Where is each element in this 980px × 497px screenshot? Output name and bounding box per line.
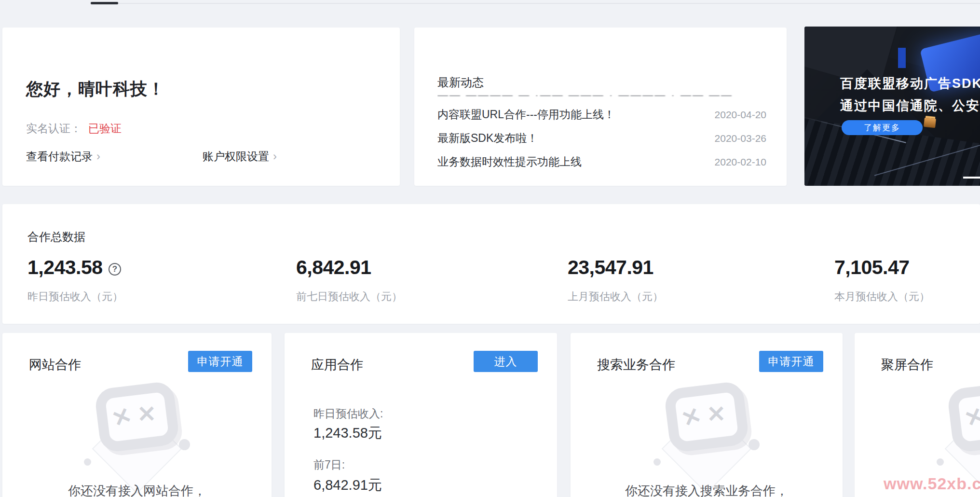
dead-tv-icon: ✕ ✕: [94, 380, 180, 453]
banner-headline-line2: 通过中国信通院、公安部: [840, 97, 980, 114]
metric-label: 昨日预估收入:: [313, 406, 383, 421]
news-card: 最新动态 —— ———— — ·—— ——— · ———— · —— —— 内容…: [414, 28, 787, 186]
stat-last7days: 6,842.91 前七日预估收入（元）: [296, 256, 402, 304]
stat-label: 昨日预估收入（元）: [27, 290, 123, 304]
realname-label: 实名认证：: [26, 122, 82, 135]
news-list: —— ———— — ·—— ——— · ———— · —— —— 内容联盟URL…: [437, 95, 766, 174]
greeting-links: 查看付款记录› 账户权限设置›: [26, 149, 373, 164]
dead-tv-icon: ✕ ✕: [664, 380, 750, 453]
chevron-right-icon: ›: [273, 150, 277, 163]
x-eye-icon: ✕: [961, 401, 980, 433]
juping-coop-card: 聚屏合作 ✕ ✕ 你还没有接入聚屏合作，: [855, 333, 980, 497]
banner-learn-more-button[interactable]: 了解更多: [842, 120, 923, 135]
x-eye-icon: ✕: [108, 401, 135, 433]
stat-label: 上月预估收入（元）: [568, 290, 663, 304]
news-item-title: 业务数据时效性提示功能上线: [437, 154, 582, 169]
news-item-partial: —— ———— — ·—— ——— · ———— · —— ——: [437, 95, 766, 103]
website-coop-title: 网站合作: [29, 356, 81, 373]
x-eye-icon: ✕: [137, 400, 156, 428]
search-coop-title: 搜索业务合作: [597, 356, 675, 373]
stat-value: 6,842.91: [296, 256, 402, 279]
stat-label: 前七日预估收入（元）: [296, 290, 402, 304]
news-item-title: 最新版SDK发布啦！: [437, 131, 538, 146]
illustration-dot: [179, 439, 190, 450]
x-eye-icon: ✕: [678, 401, 705, 433]
empty-state-illustration: ✕ ✕: [84, 382, 190, 486]
stat-value: 7,105.47: [834, 256, 930, 279]
empty-state-illustration: ✕ ✕: [653, 382, 760, 486]
metric-value: 1,243.58元: [313, 424, 382, 443]
illustration-dot: [749, 439, 760, 450]
app-coop-title: 应用合作: [311, 356, 363, 373]
realname-status-verified: 已验证: [88, 122, 122, 135]
apply-open-button[interactable]: 申请开通: [188, 351, 252, 372]
metric-label: 前7日:: [313, 457, 345, 472]
news-title: 最新动态: [437, 75, 484, 90]
metric-value: 6,842.91元: [313, 476, 382, 495]
stat-this-month: 7,105.47 本月预估收入（元）: [834, 256, 930, 304]
stat-value: 23,547.91: [568, 256, 663, 279]
apply-open-button[interactable]: 申请开通: [759, 351, 823, 372]
website-coop-card: 网站合作 申请开通 ✕ ✕ 你还没有接入网站合作，: [2, 333, 272, 497]
news-item[interactable]: 最新版SDK发布啦！ 2020-03-26: [437, 126, 766, 150]
app-coop-card: 应用合作 进入 昨日预估收入: 1,243.58元 前7日: 6,842.91元: [285, 333, 557, 497]
juping-coop-title: 聚屏合作: [881, 356, 933, 373]
chevron-right-icon: ›: [96, 150, 100, 163]
empty-state-illustration: ✕ ✕: [937, 382, 980, 486]
illustration-dot: [84, 458, 91, 466]
top-divider: [118, 3, 980, 4]
payment-records-link[interactable]: 查看付款记录›: [26, 149, 100, 164]
news-item-date: 2020-02-10: [715, 156, 766, 168]
banner-carousel-indicator[interactable]: [963, 177, 980, 179]
total-data-title: 合作总数据: [27, 229, 85, 245]
help-icon[interactable]: ?: [109, 263, 121, 276]
news-item-date: 2020-03-26: [715, 133, 766, 144]
x-eye-icon: ✕: [707, 400, 726, 428]
promo-banner[interactable]: 百度联盟移动广告SDK 通过中国信通院、公安部 了解更多: [804, 27, 980, 186]
illustration-dot: [653, 458, 661, 466]
empty-state-text: 你还没有接入网站合作，: [2, 483, 272, 497]
news-item[interactable]: 业务数据时效性提示功能上线 2020-02-10: [437, 150, 766, 174]
empty-state-text: 你还没有接入搜索业务合作，: [571, 483, 843, 497]
total-data-card: 合作总数据 1,243.58? 昨日预估收入（元） 6,842.91 前七日预估…: [2, 204, 980, 324]
dashboard-page: 您好，晴叶科技！ 实名认证：已验证 查看付款记录› 账户权限设置› 最新动态 —…: [0, 0, 980, 497]
realname-row: 实名认证：已验证: [26, 121, 122, 136]
banner-orange-cube: [924, 118, 936, 128]
banner-blue-slab: [898, 48, 906, 68]
news-item-title: 内容联盟URL合作---停用功能上线！: [437, 107, 615, 122]
illustration-dot: [937, 458, 944, 466]
stat-value: 1,243.58?: [27, 256, 123, 279]
news-item[interactable]: 内容联盟URL合作---停用功能上线！ 2020-04-20: [437, 103, 766, 126]
search-coop-card: 搜索业务合作 申请开通 ✕ ✕ 你还没有接入搜索业务合作，: [571, 333, 843, 497]
active-tab-underline: [91, 2, 118, 4]
site-watermark: www.52xb.cn: [884, 474, 980, 493]
banner-headline-line1: 百度联盟移动广告SDK: [840, 75, 980, 92]
greeting-card: 您好，晴叶科技！ 实名认证：已验证 查看付款记录› 账户权限设置›: [2, 28, 400, 186]
enter-button[interactable]: 进入: [474, 351, 538, 372]
stat-label: 本月预估收入（元）: [834, 290, 930, 304]
news-item-date: 2020-04-20: [715, 109, 766, 121]
greeting-title: 您好，晴叶科技！: [26, 78, 165, 100]
stat-yesterday: 1,243.58? 昨日预估收入（元）: [27, 256, 123, 304]
stat-last-month: 23,547.91 上月预估收入（元）: [568, 256, 663, 304]
account-permission-link[interactable]: 账户权限设置›: [203, 149, 277, 164]
